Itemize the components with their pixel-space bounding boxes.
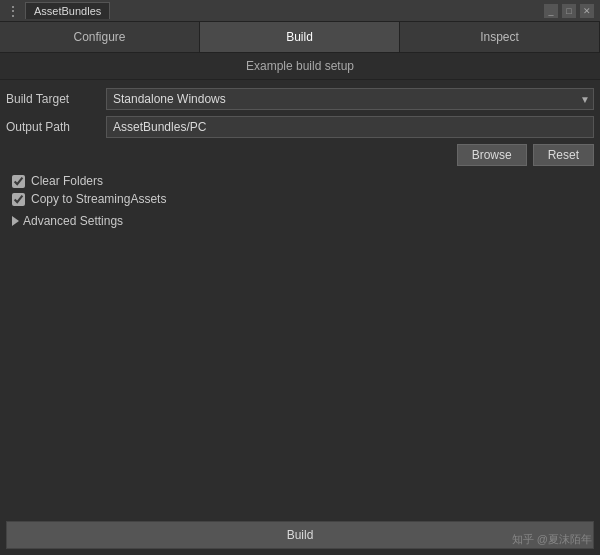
build-target-label: Build Target: [6, 92, 106, 106]
tab-configure[interactable]: Configure: [0, 22, 200, 52]
build-target-control: Standalone Windows ▼: [106, 88, 594, 110]
window-title-tab: AssetBundles: [25, 2, 110, 19]
window-controls: _ □ ✕: [544, 4, 594, 18]
expand-icon: [12, 216, 19, 226]
title-bar-left: ⋮ AssetBundles: [6, 2, 110, 19]
output-path-label: Output Path: [6, 120, 106, 134]
build-target-select[interactable]: Standalone Windows: [106, 88, 594, 110]
maximize-button[interactable]: □: [562, 4, 576, 18]
title-bar: ⋮ AssetBundles _ □ ✕: [0, 0, 600, 22]
reset-button[interactable]: Reset: [533, 144, 594, 166]
copy-streaming-row: Copy to StreamingAssets: [6, 192, 594, 206]
tabs-row: Configure Build Inspect: [0, 22, 600, 53]
clear-folders-checkbox[interactable]: [12, 175, 25, 188]
menu-dots[interactable]: ⋮: [6, 3, 19, 19]
build-target-row: Build Target Standalone Windows ▼: [6, 88, 594, 110]
advanced-settings-label: Advanced Settings: [23, 214, 123, 228]
clear-folders-label: Clear Folders: [31, 174, 103, 188]
clear-folders-row: Clear Folders: [6, 174, 594, 188]
close-button[interactable]: ✕: [580, 4, 594, 18]
tab-inspect[interactable]: Inspect: [400, 22, 600, 52]
watermark: 知乎 @夏沫陌年: [512, 532, 592, 547]
output-path-row: Output Path: [6, 116, 594, 138]
build-button-row: Build: [0, 515, 600, 555]
copy-streaming-label: Copy to StreamingAssets: [31, 192, 166, 206]
build-button[interactable]: Build: [6, 521, 594, 549]
build-target-select-wrapper: Standalone Windows ▼: [106, 88, 594, 110]
tab-build[interactable]: Build: [200, 22, 400, 52]
content-area: Build Target Standalone Windows ▼ Output…: [0, 80, 600, 515]
main-window: ⋮ AssetBundles _ □ ✕ Configure Build Ins…: [0, 0, 600, 555]
copy-streaming-checkbox[interactable]: [12, 193, 25, 206]
advanced-settings-section[interactable]: Advanced Settings: [6, 210, 594, 232]
spacer: [6, 232, 594, 507]
browse-button[interactable]: Browse: [457, 144, 527, 166]
output-path-input[interactable]: [106, 116, 594, 138]
subtitle: Example build setup: [0, 53, 600, 80]
output-path-control: [106, 116, 594, 138]
minimize-button[interactable]: _: [544, 4, 558, 18]
path-buttons-row: Browse Reset: [6, 144, 594, 166]
